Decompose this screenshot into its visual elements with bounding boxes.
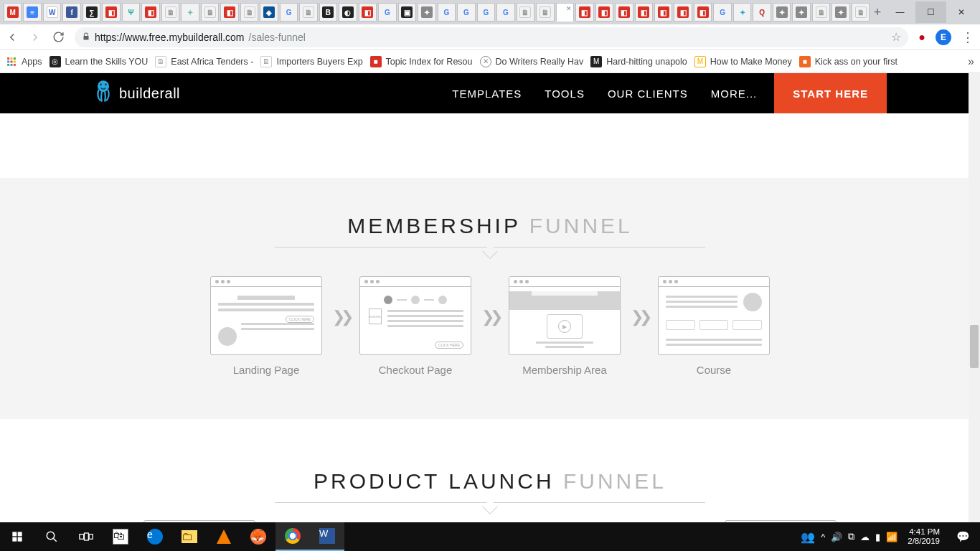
browser-tab[interactable]: 🗎 — [161, 3, 179, 22]
taskbar-app-word[interactable]: W — [310, 522, 344, 551]
browser-tab[interactable]: B — [319, 3, 337, 22]
browser-tab[interactable]: ◧ — [102, 3, 120, 22]
vertical-scrollbar[interactable] — [969, 73, 980, 522]
url-field[interactable]: https://www.free.mybuilderall.com/sales-… — [75, 27, 908, 47]
browser-tab[interactable]: ◧ — [359, 3, 377, 22]
start-button[interactable] — [0, 522, 34, 551]
taskbar-clock[interactable]: 4:41 PM 2/8/2019 — [903, 527, 944, 546]
bookmark-item[interactable]: MHard-hitting unapolo — [590, 56, 687, 67]
browser-tab[interactable]: ◧ — [141, 3, 159, 22]
browser-tab[interactable]: ✦ — [181, 3, 199, 22]
browser-tab[interactable]: ◧ — [635, 3, 653, 22]
dropbox-icon[interactable]: ⧉ — [848, 531, 854, 542]
browser-tab[interactable]: ▣ — [398, 3, 416, 22]
pinterest-extension-icon[interactable]: ● — [918, 31, 925, 44]
browser-tab[interactable]: W — [43, 3, 61, 22]
scrollbar-thumb[interactable] — [970, 325, 979, 368]
system-tray[interactable]: ^ 🔊 ⧉ ☁ ▮ 📶 — [821, 531, 897, 542]
browser-tab[interactable]: ✦ — [792, 3, 810, 22]
nav-templates[interactable]: TEMPLATES — [440, 73, 533, 113]
browser-tab[interactable]: ◧ — [654, 3, 672, 22]
browser-tab-active[interactable]: ✕ — [556, 3, 574, 22]
browser-tab[interactable]: 🗎 — [517, 3, 534, 22]
bookmarks-overflow-button[interactable]: » — [968, 55, 974, 68]
browser-tab[interactable]: G — [438, 3, 456, 22]
nav-forward-button[interactable] — [29, 31, 42, 44]
bookmark-item[interactable]: ■Topic Index for Resou — [370, 56, 473, 67]
site-header: builderall TEMPLATES TOOLS OUR CLIENTS M… — [0, 73, 980, 113]
browser-tab[interactable]: ≡ — [23, 3, 41, 22]
nav-reload-button[interactable] — [52, 31, 65, 44]
browser-tab[interactable]: G — [477, 3, 495, 22]
browser-tab[interactable]: 🗎 — [852, 3, 870, 22]
bookmark-item[interactable]: ✕Do Writers Really Hav — [480, 56, 584, 67]
browser-tab[interactable]: ◧ — [220, 3, 238, 22]
people-icon[interactable]: 👥 — [801, 530, 815, 544]
browser-tab[interactable]: ◧ — [595, 3, 613, 22]
browser-tab[interactable]: ◧ — [575, 3, 593, 22]
browser-tab[interactable]: 🗎 — [299, 3, 317, 22]
browser-tab[interactable]: Q — [753, 3, 771, 22]
browser-tab[interactable]: ◧ — [694, 3, 712, 22]
network-icon[interactable]: 📶 — [886, 532, 897, 542]
task-view-button[interactable] — [69, 522, 103, 551]
browser-tab[interactable]: ✦ — [831, 3, 849, 22]
browser-tab[interactable]: ◈ — [260, 3, 278, 22]
nav-our-clients[interactable]: OUR CLIENTS — [596, 73, 699, 113]
taskbar-app-edge[interactable]: e — [138, 522, 172, 551]
action-center-button[interactable]: 💬 — [950, 530, 976, 543]
bookmark-item[interactable]: ■Kick ass on your first — [799, 56, 897, 67]
nav-start-here-button[interactable]: START HERE — [774, 73, 887, 113]
window-close-button[interactable]: ✕ — [946, 1, 977, 23]
browser-tab[interactable]: ◧ — [615, 3, 633, 22]
bookmark-item[interactable]: 🗎East Africa Tenders - — [155, 56, 253, 67]
onedrive-icon[interactable]: ☁ — [860, 532, 870, 542]
taskbar-app-firefox[interactable]: 🦊 — [241, 522, 275, 551]
taskbar-app-chrome[interactable] — [275, 522, 310, 551]
browser-tab[interactable]: G — [713, 3, 731, 22]
browser-menu-button[interactable]: ⋮ — [961, 29, 974, 45]
taskbar-app-vlc[interactable] — [207, 522, 241, 551]
browser-tab[interactable]: f — [62, 3, 80, 22]
nav-back-button[interactable] — [6, 31, 19, 44]
taskbar-app-explorer[interactable]: 🗀 — [172, 522, 207, 551]
browser-tab[interactable]: 🗎 — [536, 3, 554, 22]
browser-tab[interactable]: 🗎 — [812, 3, 830, 22]
browser-tab[interactable]: M — [4, 3, 22, 22]
tray-overflow-icon[interactable]: ^ — [821, 532, 825, 542]
browser-tab[interactable]: G — [378, 3, 396, 22]
browser-tab[interactable]: ◐ — [339, 3, 357, 22]
nav-tools[interactable]: TOOLS — [533, 73, 596, 113]
browser-tab[interactable]: G — [496, 3, 514, 22]
profile-avatar[interactable]: E — [936, 29, 951, 45]
site-logo[interactable]: builderall — [93, 80, 180, 108]
section-title-strong: PRODUCT LAUNCH — [314, 469, 554, 493]
star-icon[interactable]: ☆ — [891, 30, 901, 44]
nav-more[interactable]: MORE... — [699, 73, 769, 113]
apps-shortcut[interactable]: Apps — [6, 56, 42, 67]
browser-tab[interactable]: G — [280, 3, 298, 22]
browser-tab[interactable]: ✦ — [733, 3, 751, 22]
browser-tab[interactable]: 🗎 — [240, 3, 258, 22]
window-minimize-button[interactable]: — — [885, 1, 915, 23]
bookmark-item[interactable]: MHow to Make Money — [694, 56, 792, 67]
browser-tab[interactable]: Ψ — [122, 3, 140, 22]
bookmark-item[interactable]: ◎Learn the Skills YOU — [50, 56, 149, 67]
arrow-icon: ❯❯ — [631, 308, 648, 326]
section-title-strong: MEMBERSHIP — [347, 214, 520, 237]
close-tab-icon[interactable]: ✕ — [566, 5, 572, 12]
wireframe-cta-button: CLICK HERE — [435, 342, 463, 349]
window-maximize-button[interactable]: ☐ — [915, 1, 946, 23]
taskbar-app-store[interactable]: 🛍 — [103, 522, 138, 551]
bookmark-item[interactable]: 🗎Importers Buyers Exp — [260, 56, 362, 67]
browser-tab[interactable]: G — [457, 3, 475, 22]
browser-tab[interactable]: ∑ — [83, 3, 100, 22]
browser-tab[interactable]: ◧ — [674, 3, 692, 22]
browser-tab[interactable]: ✦ — [773, 3, 791, 22]
browser-tab[interactable]: ✦ — [418, 3, 435, 22]
new-tab-button[interactable]: + — [870, 5, 885, 20]
battery-icon[interactable]: ▮ — [875, 532, 880, 542]
search-button[interactable] — [34, 522, 69, 551]
volume-icon[interactable]: 🔊 — [831, 532, 842, 542]
browser-tab[interactable]: 🗎 — [201, 3, 219, 22]
